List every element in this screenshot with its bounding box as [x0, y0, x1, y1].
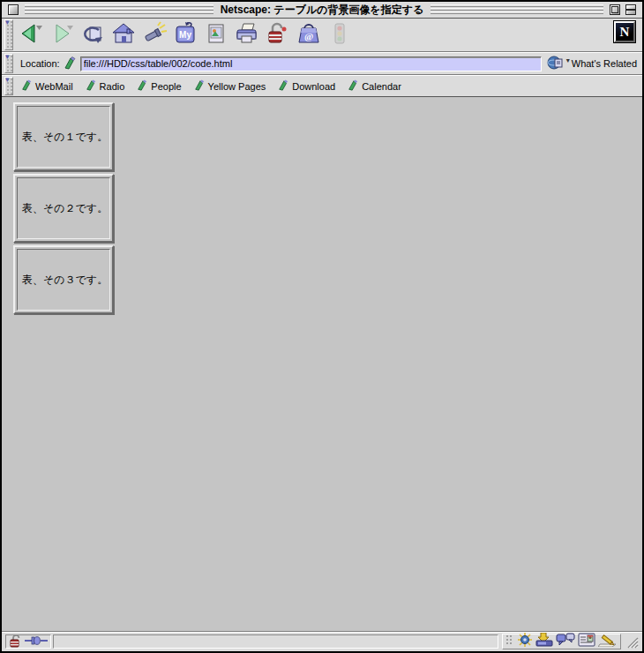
- whats-related-button[interactable]: ▾ What's Related: [547, 55, 637, 72]
- personal-item-calendar[interactable]: Calendar: [348, 79, 401, 93]
- location-bar: Location: ▾ What's Related: [2, 53, 642, 74]
- navigator-icon: [517, 633, 533, 649]
- personal-item-yellow-pages[interactable]: Yellow Pages: [194, 79, 266, 93]
- whats-related-label: What's Related: [572, 58, 637, 69]
- my-label: My: [179, 30, 191, 40]
- personal-item-people[interactable]: People: [137, 79, 181, 93]
- whats-related-caret-icon: ▾: [566, 56, 570, 64]
- table-2-cell: 表、その２です。: [17, 177, 110, 239]
- mailbox-component-button[interactable]: [535, 633, 553, 649]
- my-netscape-button[interactable]: My: [169, 20, 200, 49]
- personal-item-webmail[interactable]: WebMail: [21, 79, 73, 93]
- home-icon: [111, 21, 136, 49]
- personal-item-download[interactable]: Download: [278, 79, 335, 93]
- address-book-icon: [578, 633, 595, 649]
- table-1: 表、その１です。: [13, 102, 114, 171]
- personal-toolbar: WebMail Radio People Yellow Pages Downlo…: [2, 76, 642, 96]
- personal-collapse-tab[interactable]: [4, 77, 13, 95]
- location-input[interactable]: [80, 56, 542, 71]
- images-button[interactable]: [200, 20, 231, 49]
- navigation-toolbar: My: [2, 19, 642, 51]
- collapse-box[interactable]: [625, 4, 636, 15]
- print-icon: [235, 21, 259, 49]
- personal-item-label: Download: [292, 81, 335, 92]
- table-3-text: 表、その３です。: [22, 273, 108, 288]
- my-netscape-icon: My: [173, 21, 198, 49]
- location-collapse-tab[interactable]: [4, 54, 13, 73]
- status-icons: [5, 634, 51, 649]
- composer-icon: [598, 633, 618, 649]
- print-button[interactable]: [231, 20, 262, 49]
- toolbar-collapse-tab[interactable]: [4, 19, 13, 50]
- reload-icon: [80, 21, 105, 49]
- mailbox-icon: [535, 633, 553, 649]
- window-title: Netscape: テーブルの背景画像を指定する: [213, 3, 431, 18]
- bookmark-icon: [21, 79, 33, 93]
- forward-icon: [49, 21, 74, 49]
- bookmark-icon: [278, 79, 289, 93]
- back-icon: [19, 21, 43, 49]
- stop-button: [324, 20, 355, 49]
- back-button[interactable]: [15, 20, 46, 49]
- page-content: 表、その１です。 表、その２です。 表、その３です。: [2, 96, 642, 631]
- table-1-text: 表、その１です。: [22, 130, 108, 145]
- zoom-box[interactable]: [610, 4, 620, 15]
- composer-component-button[interactable]: [598, 633, 618, 649]
- close-box[interactable]: [8, 4, 19, 15]
- shop-button[interactable]: @: [293, 20, 324, 49]
- status-message: [53, 634, 498, 649]
- whats-related-globe-icon: [547, 55, 565, 72]
- component-bar: [502, 634, 621, 649]
- netscape-window: Netscape: テーブルの背景画像を指定する: [0, 0, 644, 653]
- search-button[interactable]: [139, 20, 169, 49]
- stop-icon: [327, 21, 352, 49]
- home-button[interactable]: [108, 20, 139, 49]
- bookmark-icon: [137, 79, 148, 93]
- personal-item-label: People: [151, 81, 181, 92]
- forward-button[interactable]: [46, 20, 77, 49]
- bookmark-icon[interactable]: [64, 56, 77, 71]
- personal-item-label: WebMail: [35, 81, 73, 92]
- discussions-icon: [556, 633, 575, 649]
- address-book-component-button[interactable]: [578, 633, 595, 649]
- images-icon: [204, 21, 228, 49]
- title-bar[interactable]: Netscape: テーブルの背景画像を指定する: [2, 2, 642, 19]
- bookmark-icon: [194, 79, 206, 93]
- table-3-cell: 表、その３です。: [17, 249, 110, 311]
- resize-grip[interactable]: [625, 634, 639, 649]
- personal-item-label: Yellow Pages: [208, 81, 266, 92]
- personal-item-radio[interactable]: Radio: [86, 79, 125, 93]
- status-bar: [2, 631, 642, 650]
- table-2: 表、その２です。: [13, 174, 114, 243]
- location-label: Location:: [20, 58, 60, 69]
- network-plug-icon: [25, 634, 48, 649]
- navigator-component-button[interactable]: [517, 633, 533, 649]
- table-3: 表、その３です。: [13, 245, 114, 314]
- shop-icon: @: [296, 21, 321, 49]
- table-1-cell: 表、その１です。: [17, 106, 110, 168]
- reload-button[interactable]: [77, 20, 108, 49]
- bookmark-icon: [86, 79, 97, 93]
- discussions-component-button[interactable]: [556, 633, 575, 649]
- security-icon: [266, 21, 290, 49]
- search-icon: [142, 21, 167, 49]
- personal-item-label: Calendar: [362, 81, 401, 92]
- svg-text:@: @: [303, 31, 312, 41]
- table-2-text: 表、その２です。: [22, 201, 108, 216]
- security-unlocked-icon[interactable]: [9, 634, 23, 649]
- security-button[interactable]: [262, 20, 293, 49]
- netscape-logo[interactable]: N: [614, 21, 635, 42]
- bookmark-icon: [348, 79, 359, 93]
- personal-item-label: Radio: [100, 81, 125, 92]
- netscape-logo-letter: N: [620, 25, 630, 40]
- component-drag-handle[interactable]: [505, 634, 514, 649]
